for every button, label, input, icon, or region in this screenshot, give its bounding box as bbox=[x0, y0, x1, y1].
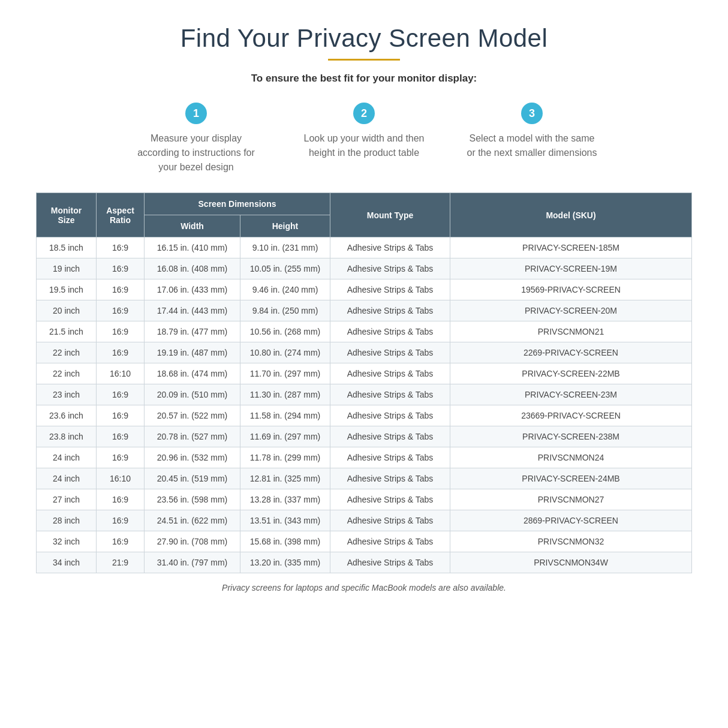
cell-sku: 23669-PRIVACY-SCREEN bbox=[450, 405, 692, 426]
cell-width: 16.08 in. (408 mm) bbox=[145, 258, 240, 279]
cell-height: 13.28 in. (337 mm) bbox=[240, 489, 330, 510]
cell-mount-type: Adhesive Strips & Tabs bbox=[330, 405, 450, 426]
cell-monitor-size: 23.6 inch bbox=[37, 405, 97, 426]
table-row: 22 inch 16:10 18.68 in. (474 mm) 11.70 i… bbox=[37, 363, 692, 384]
table-row: 18.5 inch 16:9 16.15 in. (410 mm) 9.10 i… bbox=[37, 237, 692, 258]
cell-sku: 19569-PRIVACY-SCREEN bbox=[450, 279, 692, 300]
subtitle: To ensure the best fit for your monitor … bbox=[36, 73, 692, 85]
cell-height: 10.56 in. (268 mm) bbox=[240, 321, 330, 342]
table-row: 24 inch 16:9 20.96 in. (532 mm) 11.78 in… bbox=[37, 447, 692, 468]
step-1-number: 1 bbox=[185, 103, 207, 124]
cell-height: 12.81 in. (325 mm) bbox=[240, 468, 330, 489]
cell-aspect-ratio: 16:9 bbox=[97, 342, 145, 363]
cell-mount-type: Adhesive Strips & Tabs bbox=[330, 321, 450, 342]
cell-height: 9.84 in. (250 mm) bbox=[240, 300, 330, 321]
cell-sku: PRIVACY-SCREEN-23M bbox=[450, 384, 692, 405]
step-2-number: 2 bbox=[353, 103, 375, 124]
cell-aspect-ratio: 16:9 bbox=[97, 447, 145, 468]
cell-mount-type: Adhesive Strips & Tabs bbox=[330, 468, 450, 489]
cell-mount-type: Adhesive Strips & Tabs bbox=[330, 279, 450, 300]
table-row: 20 inch 16:9 17.44 in. (443 mm) 9.84 in.… bbox=[37, 300, 692, 321]
cell-sku: 2869-PRIVACY-SCREEN bbox=[450, 510, 692, 531]
cell-mount-type: Adhesive Strips & Tabs bbox=[330, 258, 450, 279]
cell-aspect-ratio: 16:9 bbox=[97, 321, 145, 342]
step-3-number: 3 bbox=[521, 103, 543, 124]
table-row: 23.8 inch 16:9 20.78 in. (527 mm) 11.69 … bbox=[37, 426, 692, 447]
cell-sku: PRIVSCNMON34W bbox=[450, 552, 692, 573]
steps-container: 1 Measure your display according to inst… bbox=[36, 103, 692, 175]
cell-aspect-ratio: 16:9 bbox=[97, 237, 145, 258]
product-table: Monitor Size Aspect Ratio Screen Dimensi… bbox=[36, 192, 692, 573]
page-title: Find Your Privacy Screen Model bbox=[36, 24, 692, 53]
cell-monitor-size: 19 inch bbox=[37, 258, 97, 279]
cell-aspect-ratio: 21:9 bbox=[97, 552, 145, 573]
table-row: 21.5 inch 16:9 18.79 in. (477 mm) 10.56 … bbox=[37, 321, 692, 342]
step-3: 3 Select a model with the same or the ne… bbox=[466, 103, 598, 175]
cell-aspect-ratio: 16:9 bbox=[97, 405, 145, 426]
cell-width: 23.56 in. (598 mm) bbox=[145, 489, 240, 510]
cell-mount-type: Adhesive Strips & Tabs bbox=[330, 300, 450, 321]
cell-monitor-size: 18.5 inch bbox=[37, 237, 97, 258]
cell-aspect-ratio: 16:9 bbox=[97, 300, 145, 321]
step-3-text: Select a model with the same or the next… bbox=[466, 131, 598, 160]
cell-width: 17.06 in. (433 mm) bbox=[145, 279, 240, 300]
step-1: 1 Measure your display according to inst… bbox=[130, 103, 262, 175]
table-row: 19.5 inch 16:9 17.06 in. (433 mm) 9.46 i… bbox=[37, 279, 692, 300]
cell-height: 11.30 in. (287 mm) bbox=[240, 384, 330, 405]
cell-aspect-ratio: 16:9 bbox=[97, 489, 145, 510]
cell-monitor-size: 27 inch bbox=[37, 489, 97, 510]
table-row: 23 inch 16:9 20.09 in. (510 mm) 11.30 in… bbox=[37, 384, 692, 405]
step-2: 2 Look up your width and then height in … bbox=[298, 103, 430, 175]
cell-sku: 2269-PRIVACY-SCREEN bbox=[450, 342, 692, 363]
cell-width: 20.09 in. (510 mm) bbox=[145, 384, 240, 405]
header-model-sku: Model (SKU) bbox=[450, 193, 692, 237]
cell-mount-type: Adhesive Strips & Tabs bbox=[330, 489, 450, 510]
cell-height: 11.78 in. (299 mm) bbox=[240, 447, 330, 468]
cell-aspect-ratio: 16:9 bbox=[97, 531, 145, 552]
cell-aspect-ratio: 16:9 bbox=[97, 279, 145, 300]
step-2-text: Look up your width and then height in th… bbox=[298, 131, 430, 160]
cell-width: 20.45 in. (519 mm) bbox=[145, 468, 240, 489]
header-height: Height bbox=[240, 215, 330, 237]
cell-aspect-ratio: 16:9 bbox=[97, 426, 145, 447]
cell-height: 9.10 in. (231 mm) bbox=[240, 237, 330, 258]
cell-sku: PRIVACY-SCREEN-238M bbox=[450, 426, 692, 447]
cell-height: 9.46 in. (240 mm) bbox=[240, 279, 330, 300]
cell-mount-type: Adhesive Strips & Tabs bbox=[330, 531, 450, 552]
cell-width: 18.68 in. (474 mm) bbox=[145, 363, 240, 384]
cell-width: 31.40 in. (797 mm) bbox=[145, 552, 240, 573]
cell-monitor-size: 21.5 inch bbox=[37, 321, 97, 342]
cell-monitor-size: 22 inch bbox=[37, 363, 97, 384]
cell-height: 11.58 in. (294 mm) bbox=[240, 405, 330, 426]
cell-height: 11.70 in. (297 mm) bbox=[240, 363, 330, 384]
cell-monitor-size: 34 inch bbox=[37, 552, 97, 573]
table-row: 22 inch 16:9 19.19 in. (487 mm) 10.80 in… bbox=[37, 342, 692, 363]
cell-sku: PRIVSCNMON32 bbox=[450, 531, 692, 552]
cell-monitor-size: 23.8 inch bbox=[37, 426, 97, 447]
cell-height: 15.68 in. (398 mm) bbox=[240, 531, 330, 552]
cell-height: 10.05 in. (255 mm) bbox=[240, 258, 330, 279]
cell-mount-type: Adhesive Strips & Tabs bbox=[330, 510, 450, 531]
cell-sku: PRIVACY-SCREEN-20M bbox=[450, 300, 692, 321]
cell-monitor-size: 28 inch bbox=[37, 510, 97, 531]
header-width: Width bbox=[145, 215, 240, 237]
cell-mount-type: Adhesive Strips & Tabs bbox=[330, 384, 450, 405]
cell-width: 19.19 in. (487 mm) bbox=[145, 342, 240, 363]
cell-monitor-size: 23 inch bbox=[37, 384, 97, 405]
cell-width: 20.78 in. (527 mm) bbox=[145, 426, 240, 447]
cell-width: 16.15 in. (410 mm) bbox=[145, 237, 240, 258]
cell-sku: PRIVACY-SCREEN-24MB bbox=[450, 468, 692, 489]
cell-mount-type: Adhesive Strips & Tabs bbox=[330, 552, 450, 573]
cell-aspect-ratio: 16:9 bbox=[97, 384, 145, 405]
cell-sku: PRIVSCNMON24 bbox=[450, 447, 692, 468]
cell-mount-type: Adhesive Strips & Tabs bbox=[330, 447, 450, 468]
table-row: 23.6 inch 16:9 20.57 in. (522 mm) 11.58 … bbox=[37, 405, 692, 426]
cell-height: 11.69 in. (297 mm) bbox=[240, 426, 330, 447]
cell-sku: PRIVACY-SCREEN-185M bbox=[450, 237, 692, 258]
cell-width: 27.90 in. (708 mm) bbox=[145, 531, 240, 552]
cell-width: 24.51 in. (622 mm) bbox=[145, 510, 240, 531]
table-row: 24 inch 16:10 20.45 in. (519 mm) 12.81 i… bbox=[37, 468, 692, 489]
header-screen-dimensions: Screen Dimensions bbox=[145, 193, 330, 215]
table-row: 34 inch 21:9 31.40 in. (797 mm) 13.20 in… bbox=[37, 552, 692, 573]
cell-width: 20.96 in. (532 mm) bbox=[145, 447, 240, 468]
